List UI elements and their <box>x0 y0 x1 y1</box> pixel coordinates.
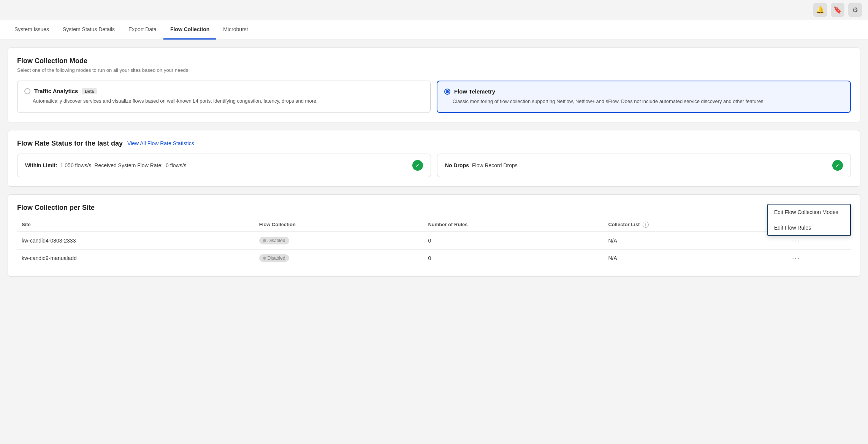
flow-collection-mode-title: Flow Collection Mode <box>17 57 851 65</box>
within-limit-value: 1,050 flows/s <box>60 162 92 168</box>
beta-badge: Beta <box>82 88 97 94</box>
mode-title-traffic-analytics: Traffic Analytics <box>34 88 78 94</box>
col-collector-list: Collector List i <box>603 218 787 232</box>
col-site: Site <box>17 218 255 232</box>
view-all-link[interactable]: View All Flow Rate Statistics <box>127 140 194 146</box>
radio-flow-telemetry[interactable] <box>444 89 450 95</box>
disabled-badge: Disabled <box>259 237 289 244</box>
table-row: kw-candid4-0803-2333 Disabled 0 N/A ··· <box>17 232 851 250</box>
per-site-card: Flow Collection per Site Edit Flow Colle… <box>8 194 860 277</box>
cell-collector-list: N/A <box>603 232 787 250</box>
context-menu-item-edit-modes[interactable]: Edit Flow Collection Modes <box>768 205 850 220</box>
row-actions-menu[interactable]: ··· <box>792 237 800 244</box>
cell-collector-list: N/A <box>603 249 787 267</box>
cell-actions: ··· <box>787 249 851 267</box>
mode-card-header-traffic: Traffic Analytics Beta <box>24 88 423 94</box>
bell-button[interactable]: 🔔 <box>813 3 827 17</box>
per-site-title: Flow Collection per Site <box>17 204 95 212</box>
cell-site: kw-candid4-0803-2333 <box>17 232 255 250</box>
mode-desc-traffic-analytics: Automatically discover services and visu… <box>24 97 423 105</box>
no-drops-check-icon: ✓ <box>832 160 843 171</box>
cell-site: kw-candid9-manualadd <box>17 249 255 267</box>
status-card-left-2: No Drops Flow Record Drops <box>445 162 518 168</box>
mode-desc-flow-telemetry: Classic monitoring of flow collection su… <box>444 98 843 105</box>
flow-rate-status-card: Flow Rate Status for the last day View A… <box>8 130 860 187</box>
settings-button[interactable]: ⚙ <box>848 3 862 17</box>
tab-flow-collection[interactable]: Flow Collection <box>163 20 216 40</box>
per-site-header: Flow Collection per Site Edit Flow Colle… <box>17 204 851 212</box>
tab-system-issues[interactable]: System Issues <box>8 20 56 40</box>
cell-flow-collection: Disabled <box>255 232 424 250</box>
within-limit-label: Within Limit: <box>25 162 57 168</box>
collector-list-info-icon[interactable]: i <box>643 222 649 228</box>
cell-num-rules: 0 <box>423 232 603 250</box>
table-row: kw-candid9-manualadd Disabled 0 N/A ··· <box>17 249 851 267</box>
nav-tabs: System Issues System Status Details Expo… <box>0 20 868 40</box>
mode-cards-container: Traffic Analytics Beta Automatically dis… <box>17 81 851 113</box>
received-flow-rate-label: Received System Flow Rate: <box>94 162 163 168</box>
col-num-rules: Number of Rules <box>423 218 603 232</box>
top-bar: 🔔 🔖 ⚙ <box>0 0 868 20</box>
cell-flow-collection: Disabled <box>255 249 424 267</box>
main-content: Flow Collection Mode Select one of the f… <box>0 40 868 284</box>
mode-title-flow-telemetry: Flow Telemetry <box>454 88 495 95</box>
status-card-within-limit: Within Limit: 1,050 flows/s Received Sys… <box>17 154 431 177</box>
disabled-badge: Disabled <box>259 254 289 262</box>
tab-export-data[interactable]: Export Data <box>122 20 163 40</box>
flow-collection-mode-subtitle: Select one of the following modes to run… <box>17 67 851 73</box>
col-flow-collection: Flow Collection <box>255 218 424 232</box>
tab-system-status-details[interactable]: System Status Details <box>56 20 122 40</box>
status-cards-container: Within Limit: 1,050 flows/s Received Sys… <box>17 154 851 177</box>
mode-card-traffic-analytics[interactable]: Traffic Analytics Beta Automatically dis… <box>17 81 431 113</box>
received-flow-rate-value: 0 flows/s <box>166 162 186 168</box>
mode-card-header-telemetry: Flow Telemetry <box>444 88 843 95</box>
table-body: kw-candid4-0803-2333 Disabled 0 N/A ··· … <box>17 232 851 267</box>
no-drops-label: No Drops <box>445 162 469 168</box>
bookmark-button[interactable]: 🔖 <box>831 3 844 17</box>
context-menu: Edit Flow Collection Modes Edit Flow Rul… <box>767 204 851 236</box>
status-card-left-1: Within Limit: 1,050 flows/s Received Sys… <box>25 162 187 168</box>
flow-collection-mode-card: Flow Collection Mode Select one of the f… <box>8 48 860 122</box>
per-site-table: Site Flow Collection Number of Rules Col… <box>17 218 851 267</box>
within-limit-check-icon: ✓ <box>412 160 423 171</box>
radio-traffic-analytics[interactable] <box>24 88 30 94</box>
cell-num-rules: 0 <box>423 249 603 267</box>
disabled-dot-icon <box>263 239 266 242</box>
disabled-dot-icon <box>263 257 266 260</box>
row-actions-menu[interactable]: ··· <box>792 254 800 262</box>
tab-microburst[interactable]: Microburst <box>216 20 255 40</box>
flow-rate-title: Flow Rate Status for the last day <box>17 140 123 147</box>
context-menu-item-edit-rules[interactable]: Edit Flow Rules <box>768 220 850 235</box>
flow-record-drops-label: Flow Record Drops <box>472 162 518 168</box>
status-card-no-drops: No Drops Flow Record Drops ✓ <box>437 154 851 177</box>
mode-card-flow-telemetry[interactable]: Flow Telemetry Classic monitoring of flo… <box>437 81 851 113</box>
table-header: Site Flow Collection Number of Rules Col… <box>17 218 851 232</box>
flow-rate-header: Flow Rate Status for the last day View A… <box>17 140 851 147</box>
